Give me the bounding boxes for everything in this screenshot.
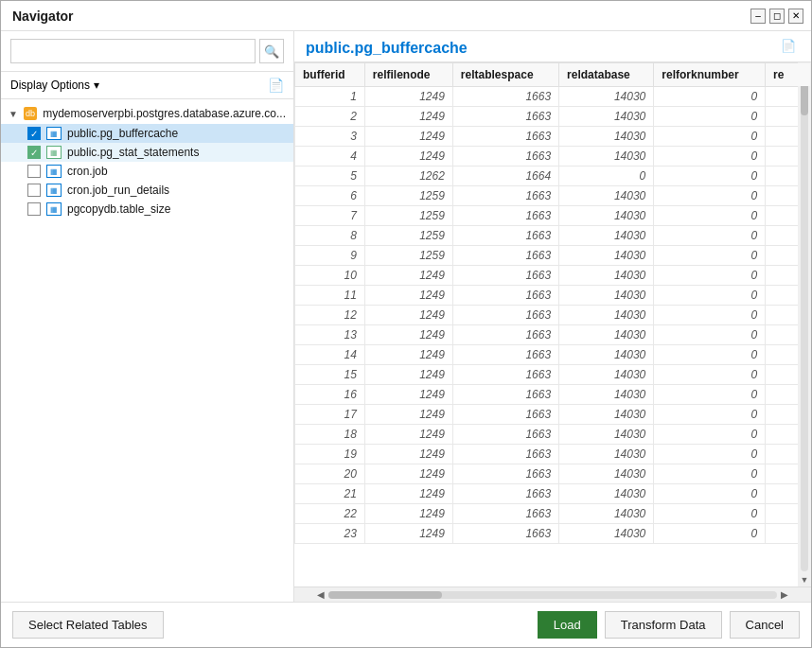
table-cell: 20: [295, 464, 365, 484]
load-button[interactable]: Load: [538, 611, 597, 639]
table-cell: 0: [654, 484, 766, 504]
scroll-right-arrow[interactable]: ▶: [777, 589, 792, 600]
table-cell: 1249: [364, 87, 452, 107]
table-cell: 1249: [364, 484, 452, 504]
scroll-left-arrow[interactable]: ◀: [313, 589, 328, 600]
display-options-button[interactable]: Display Options ▾: [10, 79, 99, 92]
server-label: mydemoserverpbi.postgres.database.azure.…: [43, 107, 286, 120]
vertical-scroll-track: [801, 78, 808, 571]
checkbox-buffercache[interactable]: ✓: [27, 127, 41, 140]
table-cell: 14030: [559, 464, 654, 484]
table-row: 1712491663140300: [295, 405, 811, 425]
table-cell: 5: [295, 166, 365, 186]
table-icon-cron-job-run-details: ▦: [46, 184, 62, 197]
table-cell: 1663: [452, 385, 558, 405]
table-cell: 14030: [559, 226, 654, 246]
table-cell: 6: [295, 186, 365, 206]
col-relfilenode: relfilenode: [364, 63, 452, 87]
tree-item-cron-job-run-details[interactable]: ▦ cron.job_run_details: [1, 181, 293, 200]
table-row: 1912491663140300: [295, 445, 811, 464]
table-row: 1012491663140300: [295, 266, 811, 286]
search-input[interactable]: [10, 39, 256, 63]
table-cell: 1249: [364, 306, 452, 325]
table-row: 51262166400: [295, 166, 811, 186]
table-row: 712591663140300: [295, 206, 811, 226]
window-title: Navigator: [12, 9, 74, 24]
table-cell: 19: [295, 445, 365, 464]
restore-button[interactable]: ◻: [769, 9, 785, 24]
table-cell: 9: [295, 246, 365, 266]
table-row: 412491663140300: [295, 147, 811, 166]
table-row: 212491663140300: [295, 107, 811, 127]
horizontal-scrollbar[interactable]: ◀ ▶: [294, 587, 811, 602]
table-cell: 13: [295, 325, 365, 345]
table-cell: 14030: [559, 504, 654, 524]
table-cell: 1663: [452, 286, 558, 306]
table-cell: 0: [654, 87, 766, 107]
tree-server-node[interactable]: ▼ db mydemoserverpbi.postgres.database.a…: [1, 103, 293, 124]
table-cell: 14030: [559, 266, 654, 286]
export-icon[interactable]: 📄: [781, 39, 800, 58]
select-related-tables-button[interactable]: Select Related Tables: [12, 611, 164, 639]
close-button[interactable]: ✕: [788, 9, 803, 24]
table-cell: 1262: [364, 166, 452, 186]
table-cell: 1663: [452, 127, 558, 147]
cancel-button[interactable]: Cancel: [730, 611, 800, 639]
table-cell: 14030: [559, 405, 654, 425]
table-cell: 0: [654, 266, 766, 286]
tree-item-cron-job[interactable]: ▦ cron.job: [1, 162, 293, 181]
table-icon-buffercache: ▦: [46, 127, 62, 140]
data-table-container[interactable]: bufferid relfilenode reltablespace relda…: [294, 62, 811, 587]
table-cell: 0: [654, 107, 766, 127]
vertical-scrollbar[interactable]: ▲ ▼: [798, 62, 811, 587]
preview-icon[interactable]: 📄: [268, 78, 284, 93]
display-options-bar: Display Options ▾ 📄: [1, 72, 293, 99]
table-cell: 14030: [559, 385, 654, 405]
table-cell: 1663: [452, 425, 558, 445]
scroll-down-arrow[interactable]: ▼: [801, 573, 809, 587]
table-cell: 17: [295, 405, 365, 425]
table-cell: 14030: [559, 425, 654, 445]
horizontal-scroll-track: [328, 591, 777, 599]
search-bar: 🔍: [1, 31, 293, 72]
table-row: 1212491663140300: [295, 306, 811, 325]
tree-item-label-pgcopydb-table-size: pgcopydb.table_size: [67, 202, 170, 216]
table-cell: 0: [654, 385, 766, 405]
table-cell: 1249: [364, 147, 452, 166]
table-cell: 1249: [364, 365, 452, 385]
bottom-bar: Select Related Tables Load Transform Dat…: [1, 602, 811, 647]
right-panel: public.pg_buffercache 📄 bufferid relfile…: [294, 31, 811, 602]
table-row: 812591663140300: [295, 226, 811, 246]
search-button[interactable]: 🔍: [259, 39, 284, 63]
tree-item-pgcopydb-table-size[interactable]: ▦ pgcopydb.table_size: [1, 200, 293, 219]
checkbox-cron-job-run-details[interactable]: [27, 184, 41, 197]
table-row: 312491663140300: [295, 127, 811, 147]
chevron-down-icon: ▼: [9, 109, 18, 119]
table-cell: 14030: [559, 325, 654, 345]
table-cell: 16: [295, 385, 365, 405]
minimize-button[interactable]: –: [750, 9, 766, 24]
table-row: 1512491663140300: [295, 365, 811, 385]
transform-data-button[interactable]: Transform Data: [605, 611, 722, 639]
table-cell: 1259: [364, 206, 452, 226]
table-cell: 0: [654, 246, 766, 266]
checkbox-stat-statements[interactable]: ✓: [27, 146, 41, 159]
table-cell: 1249: [364, 504, 452, 524]
tree-item-buffercache[interactable]: ✓ ▦ public.pg_buffercache: [1, 124, 293, 143]
table-cell: 1663: [452, 484, 558, 504]
tree-item-stat-statements[interactable]: ✓ ▦ public.pg_stat_statements: [1, 143, 293, 162]
tree-item-label-cron-job-run-details: cron.job_run_details: [67, 184, 169, 197]
table-cell: 14030: [559, 306, 654, 325]
checkbox-pgcopydb-table-size[interactable]: [27, 202, 41, 216]
table-cell: 1663: [452, 186, 558, 206]
table-body: 1124916631403002124916631403003124916631…: [295, 87, 811, 544]
preview-header: public.pg_buffercache 📄: [294, 31, 811, 62]
table-cell: 14030: [559, 484, 654, 504]
table-cell: 1249: [364, 445, 452, 464]
table-cell: 1663: [452, 266, 558, 286]
table-row: 1812491663140300: [295, 425, 811, 445]
table-cell: 7: [295, 206, 365, 226]
table-cell: 1249: [364, 385, 452, 405]
checkbox-cron-job[interactable]: [27, 165, 41, 178]
table-cell: 14030: [559, 445, 654, 464]
